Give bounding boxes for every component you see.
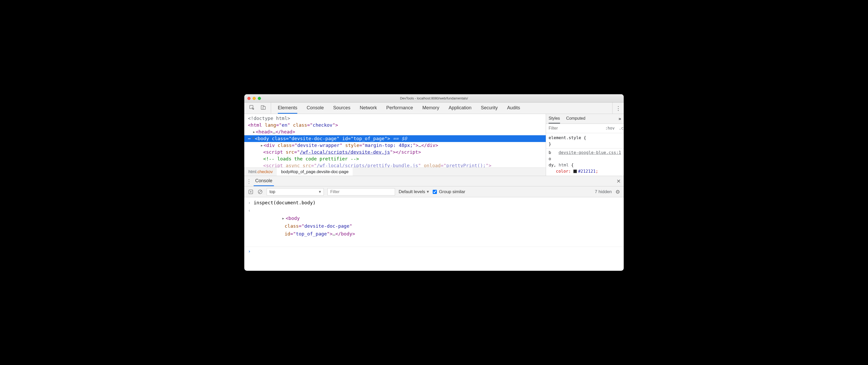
dom-head[interactable]: ▸<head>…</head> — [248, 129, 546, 135]
drawer-header: Console ✕ — [244, 176, 624, 187]
tab-elements[interactable]: Elements — [278, 103, 297, 114]
hidden-count[interactable]: 7 hidden — [595, 189, 612, 194]
console-input-row[interactable]: ›inspect(document.body) — [244, 199, 624, 207]
tab-application[interactable]: Application — [448, 103, 471, 114]
tab-memory[interactable]: Memory — [422, 103, 439, 114]
content-row: <!doctype html> <html lang="en" class="c… — [244, 114, 624, 176]
styles-filter-input[interactable] — [546, 126, 603, 131]
console-settings-icon[interactable]: ⚙ — [615, 189, 620, 195]
tab-performance[interactable]: Performance — [386, 103, 413, 114]
css-rule-line2: o — [549, 156, 621, 162]
more-menu-button[interactable] — [612, 103, 624, 114]
tab-audits[interactable]: Audits — [507, 103, 520, 114]
styles-toolbar: :hov .cls ＋ — [546, 124, 624, 133]
main-toolbar: Elements Console Sources Network Perform… — [244, 103, 624, 114]
console-toolbar: top▾ Default levels▾ Group similar 7 hid… — [244, 187, 624, 197]
breadcrumb: html.checkov body#top_of_page.devsite-do… — [244, 167, 546, 176]
toggle-hov-button[interactable]: :hov — [603, 126, 617, 131]
kebab-icon — [615, 105, 621, 112]
console-drawer: Console ✕ top▾ Default levels▾ Group sim… — [244, 176, 624, 271]
css-rule[interactable]: b devsite-google-blue.css:1 — [549, 150, 621, 156]
console-prompt[interactable]: › — [244, 247, 624, 255]
clear-console-icon[interactable] — [257, 189, 263, 195]
toggle-cls-button[interactable]: .cls — [617, 126, 624, 131]
run-icon[interactable] — [248, 189, 254, 195]
dom-html[interactable]: <html lang="en" class="checkov"> — [248, 122, 546, 129]
styles-tabs: Styles Computed » — [546, 114, 624, 124]
styles-panel: Styles Computed » :hov .cls ＋ element.st… — [546, 114, 624, 176]
devtools-window: DevTools - localhost:8080/web/fundamenta… — [244, 94, 624, 271]
titlebar: DevTools - localhost:8080/web/fundamenta… — [244, 94, 624, 103]
console-body[interactable]: ›inspect(document.body) ‹ ▸<body class="… — [244, 197, 624, 271]
styles-tab-computed[interactable]: Computed — [566, 114, 586, 124]
breadcrumb-html[interactable]: html.checkov — [244, 168, 277, 176]
group-similar-checkbox[interactable] — [433, 190, 437, 194]
drawer-close-button[interactable]: ✕ — [613, 176, 624, 186]
svg-line-5 — [259, 191, 261, 193]
dom-div-wrapper[interactable]: ▸<div class="devsite-wrapper" style="mar… — [248, 142, 546, 149]
device-toolbar-icon[interactable] — [260, 105, 266, 112]
color-swatch-icon[interactable] — [573, 169, 577, 173]
group-similar-toggle[interactable]: Group similar — [433, 189, 465, 194]
css-prop-color[interactable]: color: #212121; — [549, 168, 621, 174]
dom-tree[interactable]: <!doctype html> <html lang="en" class="c… — [244, 114, 546, 169]
panel-tabs: Elements Console Sources Network Perform… — [271, 103, 612, 114]
dom-doctype[interactable]: <!doctype html> — [248, 115, 546, 122]
dom-script-1[interactable]: <script src="/wf-local/scripts/devsite-d… — [248, 149, 546, 156]
drawer-tab-console[interactable]: Console — [254, 176, 274, 186]
styles-tab-styles[interactable]: Styles — [549, 114, 560, 124]
console-filter-input[interactable] — [328, 188, 395, 196]
inspect-element-icon[interactable] — [249, 105, 255, 112]
css-rule-line3: dy, html { — [549, 162, 621, 168]
brace-close: } — [549, 141, 621, 147]
breadcrumb-body[interactable]: body#top_of_page.devsite-doc-page — [277, 168, 353, 176]
styles-more-icon[interactable]: » — [619, 116, 621, 122]
rule-source-link[interactable]: devsite-google-blue.css:1 — [558, 150, 621, 156]
log-levels-selector[interactable]: Default levels▾ — [399, 189, 429, 194]
drawer-menu-button[interactable] — [244, 176, 254, 186]
elements-panel[interactable]: <!doctype html> <html lang="en" class="c… — [244, 114, 546, 176]
svg-rect-2 — [263, 106, 265, 109]
dom-body-selected[interactable]: ⋯▾<body class="devsite-doc-page" id="top… — [244, 135, 546, 142]
window-title: DevTools - localhost:8080/web/fundamenta… — [244, 96, 624, 100]
element-style-rule[interactable]: element.style { — [549, 135, 621, 141]
tab-network[interactable]: Network — [360, 103, 377, 114]
tab-console[interactable]: Console — [307, 103, 324, 114]
tab-sources[interactable]: Sources — [333, 103, 350, 114]
context-selector[interactable]: top▾ — [267, 188, 324, 196]
console-result-row[interactable]: ‹ ▸<body class="devsite-doc-page" id="to… — [244, 207, 624, 247]
tab-security[interactable]: Security — [481, 103, 498, 114]
dom-comment[interactable]: <!-- loads the code prettifier --> — [248, 156, 546, 162]
styles-body[interactable]: element.style { } b devsite-google-blue.… — [546, 133, 624, 176]
